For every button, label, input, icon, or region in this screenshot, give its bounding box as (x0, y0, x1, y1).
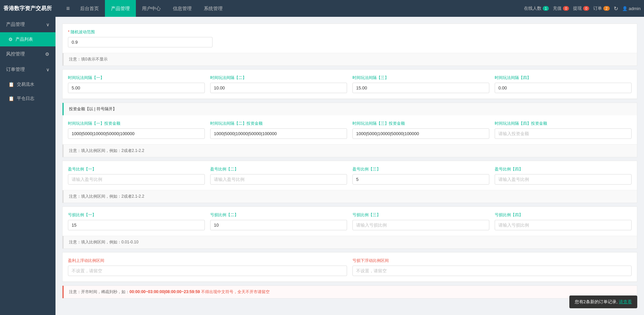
nav-item-system[interactable]: 系统管理 (198, 0, 229, 17)
time-interval-3-label: 时间玩法间隔【三】 (352, 75, 489, 81)
time-interval-4-label: 时间玩法间隔【四】 (495, 75, 632, 81)
refresh-icon[interactable]: ↻ (614, 5, 618, 12)
main-content: 随机波动范围 注意：填0表示不显示 时间玩法间隔【一】 时间玩法间隔【二】 (55, 17, 644, 315)
loss-float-field: 亏损下浮动比例区间 (352, 258, 632, 276)
online-count: 在线人数 1 (524, 5, 549, 11)
invest-1-field: 时间玩法间隔【一】投资金额 (68, 121, 205, 139)
win-ratio-4-label: 盈号比例【四】 (495, 166, 632, 172)
note-zero: 注意：填0表示不显示 (63, 53, 637, 66)
invest-2-input[interactable] (210, 128, 347, 139)
win-ratio-row: 盈号比例【一】 盈号比例【二】 盈号比例【三】 盈号比例【四】 (63, 161, 637, 190)
time-interval-1-input[interactable] (68, 83, 205, 93)
time-interval-3-input[interactable] (352, 83, 489, 93)
time-interval-4-input[interactable] (495, 83, 632, 93)
loss-ratio-4-field: 亏损比例【四】 (495, 212, 632, 230)
time-interval-row: 时间玩法间隔【一】 时间玩法间隔【二】 时间玩法间隔【三】 时间玩法间隔【四】 (63, 70, 637, 99)
profit-float-label: 盈利上浮动比例区间 (68, 258, 347, 264)
profit-float-input[interactable] (68, 266, 347, 276)
nav-item-user[interactable]: 用户中心 (136, 0, 167, 17)
loss-ratio-3-input[interactable] (352, 220, 489, 230)
invest-3-input[interactable] (352, 128, 489, 139)
loss-ratio-1-field: 亏损比例【一】 (68, 212, 205, 230)
invest-4-label: 时间玩法间隔【四】投资金额 (495, 121, 632, 126)
time-interval-2-label: 时间玩法间隔【二】 (210, 75, 347, 81)
win-ratio-section: 盈号比例【一】 盈号比例【二】 盈号比例【三】 盈号比例【四】 注意：填入比例区… (62, 161, 637, 203)
nav-item-info[interactable]: 信息管理 (167, 0, 198, 17)
bottom-notification: 您有2条新的订单记录, 请查看 (569, 296, 637, 308)
win-ratio-1-field: 盈号比例【一】 (68, 166, 205, 185)
note-win-ratio-2: 注意：填入比例区间，例如：2或者2.1-2.2 (63, 190, 637, 203)
loss-ratio-2-label: 亏损比例【二】 (210, 212, 347, 218)
time-interval-1-label: 时间玩法间隔【一】 (68, 75, 205, 81)
sidebar-item-product-list[interactable]: ⚙ 产品列表 (0, 32, 55, 46)
recharge-count[interactable]: 充值 0 (553, 5, 569, 11)
loss-ratio-3-label: 亏损比例【三】 (352, 212, 489, 218)
invest-2-field: 时间玩法间隔【二】投资金额 (210, 121, 347, 139)
profit-float-field: 盈利上浮动比例区间 (68, 258, 347, 276)
open-time-section: 注意：开市时间，稀疏到秒，如：00:00:00~03:00:00|08:00:0… (62, 285, 637, 299)
win-ratio-2-label: 盈号比例【二】 (210, 166, 347, 172)
note-range: 注意：填入比例区间，例如：0.01-0.10 (63, 236, 637, 248)
random-range-input[interactable] (68, 37, 213, 47)
top-nav-menu: 后台首页 产品管理 用户中心 信息管理 系统管理 (74, 0, 524, 17)
sidebar: 产品管理 ∨ ⚙ 产品列表 风控管理 ⚙ 订单管理 ∨ 📋 交易流水 📋 平仓日… (0, 17, 55, 315)
invest-4-field: 时间玩法间隔【四】投资金额 (495, 121, 632, 139)
win-ratio-3-label: 盈号比例【三】 (352, 166, 489, 172)
invest-1-input[interactable] (68, 128, 205, 139)
loss-float-label: 亏损下浮动比例区间 (352, 258, 632, 264)
sidebar-item-transaction[interactable]: 📋 交易流水 (0, 77, 55, 91)
open-time-note: 注意：开市时间，稀疏到秒，如：00:00:00~03:00:00|08:00:0… (63, 286, 637, 298)
win-ratio-3-field: 盈号比例【三】 (352, 166, 489, 185)
nav-item-home[interactable]: 后台首页 (74, 0, 105, 17)
random-range-section: 随机波动范围 注意：填0表示不显示 (62, 24, 637, 66)
top-navbar: 香港数字资产交易所 ≡ 后台首页 产品管理 用户中心 信息管理 系统管理 在线人… (0, 0, 644, 17)
time-interval-4-field: 时间玩法间隔【四】 (495, 75, 632, 93)
invest-3-label: 时间玩法间隔【三】投资金额 (352, 121, 489, 126)
sidebar-group-risk[interactable]: 风控管理 ⚙ (0, 46, 55, 62)
invest-2-label: 时间玩法间隔【二】投资金额 (210, 121, 347, 126)
invest-note: 投资金额【以 | 符号隔开】 (63, 103, 637, 115)
win-ratio-4-input[interactable] (495, 174, 632, 185)
invest-4-input[interactable] (495, 128, 632, 139)
loss-ratio-2-input[interactable] (210, 220, 347, 230)
invest-1-label: 时间玩法间隔【一】投资金额 (68, 121, 205, 126)
order-count[interactable]: 订单 2 (593, 5, 609, 11)
invest-amount-row: 时间玩法间隔【一】投资金额 时间玩法间隔【二】投资金额 时间玩法间隔【三】投资金… (63, 115, 637, 145)
loss-ratio-4-input[interactable] (495, 220, 632, 230)
invest-section: 投资金额【以 | 符号隔开】 时间玩法间隔【一】投资金额 时间玩法间隔【二】投资… (62, 103, 637, 157)
loss-ratio-row: 亏损比例【一】 亏损比例【二】 亏损比例【三】 亏损比例【四】 (63, 207, 637, 236)
time-interval-2-field: 时间玩法间隔【二】 (210, 75, 347, 93)
loss-ratio-1-input[interactable] (68, 220, 205, 230)
win-ratio-1-label: 盈号比例【一】 (68, 166, 205, 172)
win-ratio-2-input[interactable] (210, 174, 347, 185)
random-range-row: 随机波动范围 (63, 24, 637, 53)
loss-ratio-section: 亏损比例【一】 亏损比例【二】 亏损比例【三】 亏损比例【四】 注意：填入比例区… (62, 206, 637, 249)
win-ratio-3-input[interactable] (352, 174, 489, 185)
random-range-label: 随机波动范围 (68, 29, 632, 35)
loss-ratio-1-label: 亏损比例【一】 (68, 212, 205, 218)
random-range-field: 随机波动范围 (68, 29, 632, 47)
win-ratio-1-input[interactable] (68, 174, 205, 185)
app-logo: 香港数字资产交易所 (3, 5, 57, 12)
admin-user[interactable]: 👤 admin (622, 6, 641, 11)
main-layout: 产品管理 ∨ ⚙ 产品列表 风控管理 ⚙ 订单管理 ∨ 📋 交易流水 📋 平仓日… (0, 17, 644, 315)
hamburger-icon[interactable]: ≡ (62, 5, 74, 12)
loss-ratio-4-label: 亏损比例【四】 (495, 212, 632, 218)
note-win-ratio: 注意：填入比例区间，例如：2或者2.1-2.2 (63, 145, 637, 157)
sidebar-item-close-log[interactable]: 📋 平仓日志 (0, 91, 55, 106)
float-range-row: 盈利上浮动比例区间 亏损下浮动比例区间 (63, 252, 637, 282)
invest-3-field: 时间玩法间隔【三】投资金额 (352, 121, 489, 139)
sidebar-group-product[interactable]: 产品管理 ∨ (0, 17, 55, 32)
close-log-icon: 📋 (8, 96, 14, 101)
time-interval-3-field: 时间玩法间隔【三】 (352, 75, 489, 93)
loss-float-input[interactable] (352, 266, 632, 276)
time-interval-2-input[interactable] (210, 83, 347, 93)
loss-ratio-2-field: 亏损比例【二】 (210, 212, 347, 230)
sidebar-group-order[interactable]: 订单管理 ∨ (0, 62, 55, 77)
product-list-icon: ⚙ (8, 37, 13, 42)
nav-right-section: 在线人数 1 充值 0 提现 0 订单 2 ↻ 👤 admin (524, 5, 641, 12)
transaction-icon: 📋 (8, 82, 14, 87)
notification-link[interactable]: 请查看 (619, 299, 632, 304)
withdraw-count[interactable]: 提现 0 (573, 5, 589, 11)
nav-item-product[interactable]: 产品管理 (105, 0, 136, 17)
